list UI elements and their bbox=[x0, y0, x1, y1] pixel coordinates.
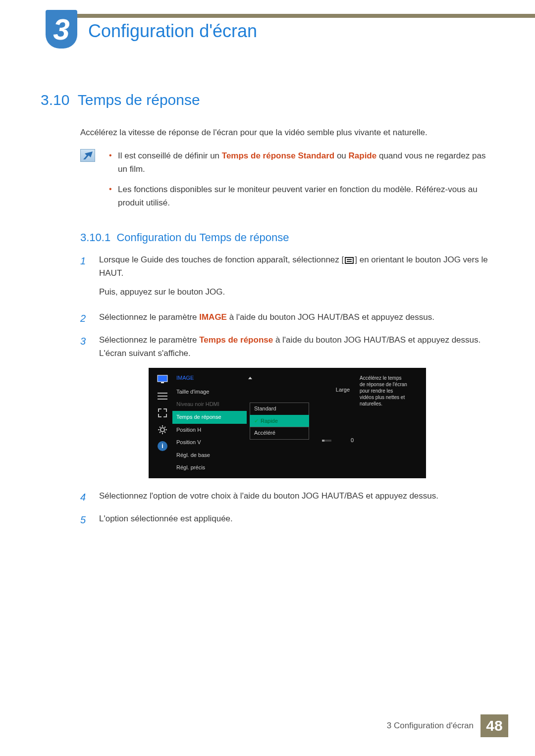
step-4: 4 Sélectionnez l'option de votre choix à… bbox=[80, 489, 494, 505]
resize-icon bbox=[157, 407, 168, 418]
highlight-temps: Temps de réponse bbox=[199, 335, 273, 345]
osd-row-base: Régl. de base bbox=[172, 449, 247, 462]
top-accent-bar bbox=[74, 14, 535, 18]
osd-row-niveau: Niveau noir HDMI bbox=[172, 398, 247, 411]
osd-main: IMAGE Taille d'image Niveau noir HDMI Te… bbox=[172, 372, 422, 474]
step-number: 3 bbox=[80, 333, 92, 360]
osd-option-accelere: Accéléré bbox=[250, 427, 309, 440]
list-icon bbox=[157, 391, 168, 402]
osd-description: Accélérez le temps de réponse de l'écran… bbox=[357, 372, 411, 474]
svg-rect-0 bbox=[158, 375, 167, 382]
section-intro: Accélérez la vitesse de réponse de l'écr… bbox=[80, 126, 494, 139]
step-1: 1 Lorsque le Guide des touches de foncti… bbox=[80, 253, 494, 303]
highlight-rapide: Rapide bbox=[349, 151, 377, 160]
section-title: Temps de réponse bbox=[78, 92, 200, 108]
osd-value-large: Large bbox=[312, 384, 354, 397]
step-5: 5 L'option sélectionnée est appliquée. bbox=[80, 512, 494, 528]
highlight-image: IMAGE bbox=[199, 312, 227, 322]
footer-page-number: 48 bbox=[481, 714, 508, 737]
osd-category: IMAGE bbox=[172, 372, 247, 386]
check-icon: ✔ bbox=[254, 417, 259, 426]
svg-rect-4 bbox=[158, 399, 167, 400]
section-heading: 3.10 Temps de réponse bbox=[41, 92, 494, 108]
subsection-number: 3.10.1 bbox=[80, 231, 110, 244]
osd-precis-value: 0 bbox=[344, 436, 354, 445]
step-3: 3 Sélectionnez le paramètre Temps de rép… bbox=[80, 333, 494, 360]
chapter-number: 3 bbox=[53, 12, 69, 47]
step-2: 2 Sélectionnez le paramètre IMAGE à l'ai… bbox=[80, 310, 494, 326]
osd-option-rapide: ✔Rapide bbox=[250, 415, 309, 428]
osd-row-temps: Temps de réponse bbox=[172, 411, 247, 424]
step-number: 1 bbox=[80, 253, 92, 303]
osd-row-posh: Position H bbox=[172, 424, 247, 437]
osd-row-taille: Taille d'image bbox=[172, 386, 247, 399]
osd-submenu: Standard ✔Rapide Accéléré bbox=[250, 372, 309, 474]
step-number: 5 bbox=[80, 512, 92, 528]
page-footer: 3 Configuration d'écran 48 bbox=[0, 714, 535, 737]
gear-icon bbox=[157, 424, 168, 435]
osd-row-posv: Position V bbox=[172, 436, 247, 449]
menu-icon bbox=[345, 257, 354, 264]
section-number: 3.10 bbox=[41, 92, 69, 108]
note-item-1: Il est conseillé de définir un Temps de … bbox=[106, 149, 494, 176]
svg-rect-1 bbox=[161, 382, 164, 383]
osd-values: Large 0 bbox=[312, 372, 354, 474]
note-icon bbox=[80, 149, 95, 162]
osd-slider bbox=[322, 440, 331, 442]
chapter-badge: 3 bbox=[46, 10, 77, 49]
note-block: Il est conseillé de définir un Temps de … bbox=[80, 149, 494, 217]
page-content: 3.10 Temps de réponse Accélérez la vites… bbox=[41, 92, 494, 535]
note-list: Il est conseillé de définir un Temps de … bbox=[106, 149, 494, 217]
step-number: 2 bbox=[80, 310, 92, 326]
info-icon: i bbox=[158, 441, 167, 451]
osd-row-precis: Régl. précis bbox=[172, 461, 247, 474]
osd-screenshot: i IMAGE Taille d'image Niveau noir HDMI … bbox=[149, 368, 426, 478]
footer-label: 3 Configuration d'écran bbox=[387, 714, 481, 737]
osd-slider-row: 0 bbox=[312, 436, 354, 445]
osd-sidebar: i bbox=[153, 372, 172, 474]
svg-rect-2 bbox=[158, 393, 167, 394]
highlight-standard: Temps de réponse Standard bbox=[222, 151, 334, 160]
subsection-title: Configuration du Temps de réponse bbox=[116, 231, 289, 244]
chapter-title: Configuration d'écran bbox=[88, 21, 257, 42]
osd-menu: IMAGE Taille d'image Niveau noir HDMI Te… bbox=[172, 372, 247, 474]
svg-rect-3 bbox=[158, 396, 167, 397]
osd-option-standard: Standard bbox=[250, 403, 309, 415]
subsection-heading: 3.10.1 Configuration du Temps de réponse bbox=[80, 231, 494, 244]
steps-list: 1 Lorsque le Guide des touches de foncti… bbox=[80, 253, 494, 528]
note-item-2: Les fonctions disponibles sur le moniteu… bbox=[106, 183, 494, 209]
svg-point-5 bbox=[160, 428, 164, 432]
monitor-icon bbox=[157, 374, 168, 385]
step-number: 4 bbox=[80, 489, 92, 505]
